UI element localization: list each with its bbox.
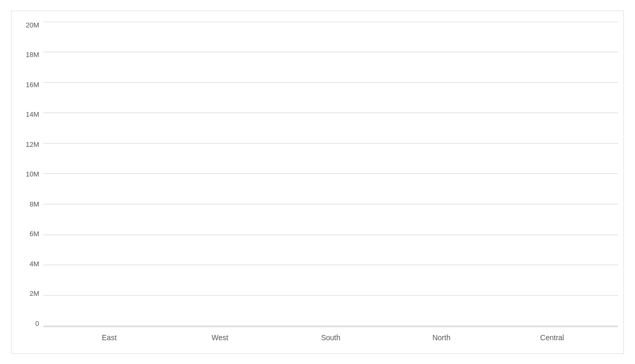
bars-row <box>43 22 618 326</box>
y-axis-label: 16M <box>26 81 39 88</box>
y-axis-label: 2M <box>30 290 39 297</box>
y-axis-label: 8M <box>30 201 39 208</box>
y-axis: 20M18M16M14M12M10M8M6M4M2M0 <box>17 22 43 348</box>
x-axis-label: South <box>275 333 386 342</box>
x-axis-label: Central <box>497 333 608 342</box>
chart-area: 20M18M16M14M12M10M8M6M4M2M0 EastWestSout… <box>17 22 618 348</box>
y-axis-label: 12M <box>26 141 39 148</box>
y-axis-label: 18M <box>26 51 39 58</box>
x-axis-label: North <box>386 333 497 342</box>
chart-container: 20M18M16M14M12M10M8M6M4M2M0 EastWestSout… <box>11 11 624 354</box>
y-axis-label: 4M <box>30 260 39 267</box>
y-axis-label: 0 <box>35 320 39 327</box>
y-axis-label: 20M <box>26 22 39 29</box>
grid-and-bars <box>43 22 618 326</box>
x-axis-label: East <box>54 333 165 342</box>
y-axis-label: 10M <box>26 171 39 178</box>
x-axis-label: West <box>165 333 276 342</box>
y-axis-label: 14M <box>26 111 39 118</box>
y-axis-label: 6M <box>30 230 39 237</box>
plot-area: EastWestSouthNorthCentral <box>43 22 618 348</box>
x-labels: EastWestSouthNorthCentral <box>43 327 618 348</box>
